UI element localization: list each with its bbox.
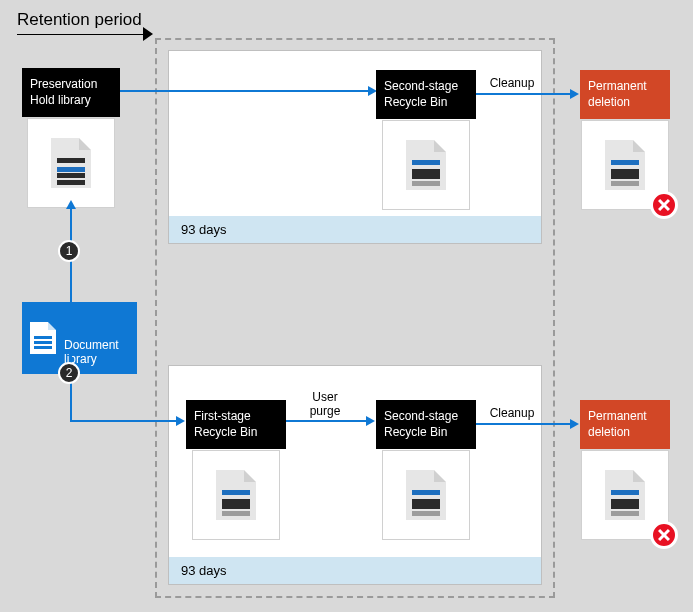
document-icon bbox=[51, 138, 91, 188]
arrow-right-icon bbox=[366, 416, 375, 426]
delete-badge-icon bbox=[650, 521, 678, 549]
document-icon bbox=[406, 140, 446, 190]
arrow-right-icon bbox=[176, 416, 185, 426]
step-badge-2: 2 bbox=[58, 362, 80, 384]
document-icon bbox=[605, 140, 645, 190]
arrow-bottom-cleanup bbox=[476, 423, 572, 425]
arrow-doclib-to-firststage-h bbox=[70, 420, 178, 422]
arrow-right-icon bbox=[570, 419, 579, 429]
arrow-right-icon bbox=[570, 89, 579, 99]
document-icon bbox=[605, 470, 645, 520]
bottom-second-stage-preview bbox=[382, 450, 470, 540]
delete-badge-icon bbox=[650, 191, 678, 219]
document-icon bbox=[216, 470, 256, 520]
arrow-preservation-to-second bbox=[120, 90, 370, 92]
preservation-hold-node: Preservation Hold library bbox=[22, 68, 120, 117]
arrow-up-icon bbox=[66, 200, 76, 209]
arrow-top-cleanup bbox=[476, 93, 572, 95]
preservation-doc-preview bbox=[27, 118, 115, 208]
document-library-node: Document library bbox=[22, 302, 137, 374]
diagram-title: Retention period bbox=[17, 10, 142, 30]
library-icon bbox=[30, 322, 56, 354]
bottom-second-stage-node: Second-stage Recycle Bin bbox=[376, 400, 476, 449]
top-second-stage-node: Second-stage Recycle Bin bbox=[376, 70, 476, 119]
user-purge-label: User purge bbox=[300, 390, 350, 418]
bottom-panel-days: 93 days bbox=[169, 557, 541, 584]
top-panel-days: 93 days bbox=[169, 216, 541, 243]
document-icon bbox=[406, 470, 446, 520]
bottom-cleanup-label: Cleanup bbox=[482, 406, 542, 420]
title-arrow-icon bbox=[143, 27, 153, 41]
top-second-stage-preview bbox=[382, 120, 470, 210]
bottom-permanent-deletion-node: Permanent deletion bbox=[580, 400, 670, 449]
first-stage-preview bbox=[192, 450, 280, 540]
bottom-permanent-preview bbox=[581, 450, 669, 540]
top-permanent-deletion-node: Permanent deletion bbox=[580, 70, 670, 119]
arrow-user-purge bbox=[286, 420, 368, 422]
title-underline bbox=[17, 34, 145, 35]
first-stage-node: First-stage Recycle Bin bbox=[186, 400, 286, 449]
top-permanent-preview bbox=[581, 120, 669, 210]
top-cleanup-label: Cleanup bbox=[482, 76, 542, 90]
step-badge-1: 1 bbox=[58, 240, 80, 262]
